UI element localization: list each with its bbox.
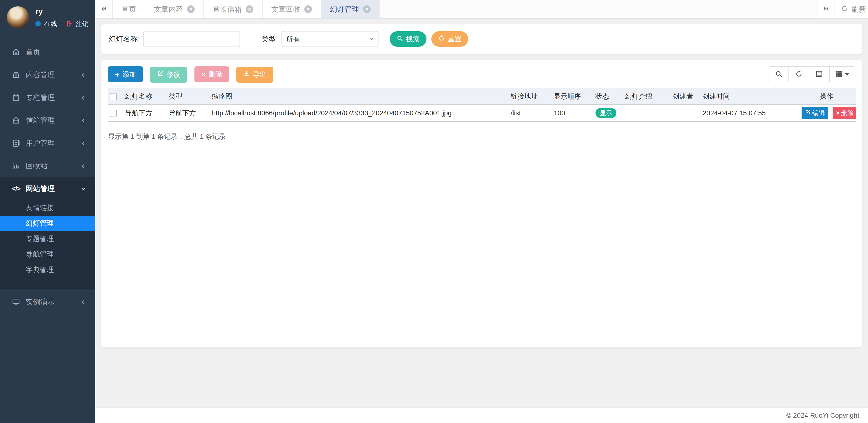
search-icon: [775, 70, 783, 79]
close-icon[interactable]: ×: [246, 5, 253, 13]
tab-home[interactable]: 首页: [113, 0, 145, 19]
tab-slide-mgmt[interactable]: 幻灯管理 ×: [321, 0, 380, 19]
add-button[interactable]: + 添加: [108, 66, 143, 83]
tab-article-content[interactable]: 文章内容 ×: [145, 0, 204, 19]
refresh-icon: [438, 35, 445, 43]
columns-button[interactable]: [830, 66, 856, 83]
chevron-left-icon: [80, 299, 87, 305]
table-toolbar: + 添加 修改 × 删除: [108, 66, 856, 83]
desktop-icon: [12, 297, 20, 306]
sidebar-item-recycle-bin[interactable]: 回收站: [0, 155, 95, 177]
export-button[interactable]: 导出: [237, 67, 273, 83]
sidebar-item-label: 实例演示: [26, 297, 55, 307]
status-badge: 显示: [595, 108, 616, 118]
user-panel: ry 在线 注销: [0, 0, 95, 35]
close-icon[interactable]: ×: [363, 5, 371, 13]
row-delete-button[interactable]: × 删除: [833, 107, 856, 119]
type-label: 类型:: [261, 34, 278, 44]
row-checkbox[interactable]: [110, 110, 117, 117]
select-all-checkbox[interactable]: [110, 93, 117, 100]
chevron-down-icon: [80, 186, 87, 192]
refresh-table-button[interactable]: [789, 66, 809, 83]
tab-chief-mailbox[interactable]: 首长信箱 ×: [204, 0, 262, 19]
sidebar-item-content-mgmt[interactable]: 内容管理: [0, 63, 95, 86]
slides-table: 幻灯名称 类型 缩略图 链接地址 显示顺序 状态 幻灯介绍 创建者 创建时间 操…: [108, 88, 856, 122]
col-header-link: 链接地址: [509, 88, 552, 105]
col-header-order: 显示顺序: [552, 88, 594, 105]
col-header-name: 幻灯名称: [124, 88, 167, 105]
bank-icon: [12, 70, 20, 79]
caret-down-icon: [845, 73, 849, 76]
table-row: 导航下方 导航下方 http://localhost:8066/profile/…: [108, 105, 856, 122]
chevron-left-icon: [80, 117, 87, 124]
refresh-tab-button[interactable]: 刷新: [835, 0, 868, 19]
cell-type: 导航下方: [167, 105, 211, 122]
code-icon: </>: [12, 184, 20, 193]
cell-creator: [671, 105, 701, 122]
slide-name-input[interactable]: [143, 31, 240, 47]
slide-name-label: 幻灯名称:: [108, 34, 140, 44]
col-header-intro: 幻灯介绍: [624, 88, 671, 105]
logout-label: 注销: [76, 20, 89, 28]
sidebar-item-home[interactable]: 首页: [0, 41, 95, 63]
online-dot-icon: [35, 21, 41, 26]
type-select[interactable]: 所有: [281, 31, 378, 47]
download-icon: [243, 70, 250, 79]
table-view-controls: [769, 66, 856, 83]
col-header-thumbnail: 缩略图: [211, 88, 509, 105]
online-status-label: 在线: [44, 20, 57, 28]
cell-link: /list: [509, 105, 552, 122]
sidebar-item-label: 内容管理: [26, 70, 55, 80]
list-detail-icon: [815, 70, 823, 79]
sidebar-subitem-slide-mgmt[interactable]: 幻灯管理: [0, 216, 95, 231]
bar-chart-icon: [12, 162, 20, 170]
avatar[interactable]: [7, 6, 29, 29]
sidebar-item-website-mgmt[interactable]: </> 网站管理: [0, 177, 95, 200]
main-area: 首页 文章内容 × 首长信箱 × 文章回收 × 幻灯管理 × 刷新: [95, 0, 868, 423]
reset-button[interactable]: 重置: [431, 31, 468, 47]
cell-created: 2024-04-07 15:07:55: [701, 105, 798, 122]
tabs-scroll-right-button[interactable]: [817, 0, 835, 19]
pagination-info: 显示第 1 到第 1 条记录，总共 1 条记录: [108, 132, 856, 141]
sidebar-item-user-mgmt[interactable]: 用户管理: [0, 132, 95, 155]
edit-button[interactable]: 修改: [150, 67, 187, 83]
search-icon: [396, 35, 403, 43]
refresh-icon: [795, 70, 803, 79]
sidebar-subitem-dict-mgmt[interactable]: 字典管理: [0, 262, 95, 278]
toolbar-buttons: + 添加 修改 × 删除: [108, 66, 280, 83]
calendar-icon: [12, 93, 20, 102]
close-icon[interactable]: ×: [187, 5, 195, 13]
col-header-created: 创建时间: [701, 88, 798, 105]
chevron-left-icon: [80, 72, 87, 78]
tabs-scroll-left-button[interactable]: [95, 0, 113, 19]
sidebar-item-label: 网站管理: [26, 184, 55, 194]
close-icon[interactable]: ×: [304, 5, 312, 13]
search-form-card: 幻灯名称: 类型: 所有 搜索 重置: [101, 24, 862, 54]
sidebar-item-label: 用户管理: [26, 138, 55, 148]
edit-icon: [805, 109, 811, 117]
sidebar-subitem-friend-links[interactable]: 友情链接: [0, 200, 95, 216]
cell-name: 导航下方: [124, 105, 167, 122]
sidebar-item-mailbox-mgmt[interactable]: 信箱管理: [0, 109, 95, 132]
sign-out-icon: [66, 20, 73, 27]
search-button[interactable]: 搜索: [390, 31, 427, 47]
toggle-detail-view-button[interactable]: [809, 66, 830, 83]
logout-button[interactable]: 注销: [66, 20, 89, 28]
col-header-ops: 操作: [798, 88, 856, 105]
col-header-type: 类型: [167, 88, 211, 105]
row-edit-button[interactable]: 编辑: [802, 107, 828, 119]
grid-icon: [835, 70, 843, 79]
sidebar-subitem-nav-mgmt[interactable]: 导航管理: [0, 247, 95, 262]
toggle-search-button[interactable]: [769, 66, 789, 83]
sidebar-subitem-topic-mgmt[interactable]: 专题管理: [0, 231, 95, 247]
sidebar-item-label: 专栏管理: [26, 93, 55, 103]
delete-button[interactable]: × 删除: [194, 66, 229, 83]
home-icon: [12, 48, 20, 57]
tab-article-recycle[interactable]: 文章回收 ×: [262, 0, 321, 19]
chevron-left-icon: [80, 95, 87, 101]
sidebar-nav: 首页 内容管理 专栏管理 信箱管理: [0, 41, 95, 313]
edit-icon: [157, 70, 164, 79]
sidebar-item-demo[interactable]: 实例演示: [0, 290, 95, 313]
sidebar-item-column-mgmt[interactable]: 专栏管理: [0, 86, 95, 109]
table-card: + 添加 修改 × 删除: [101, 60, 862, 348]
